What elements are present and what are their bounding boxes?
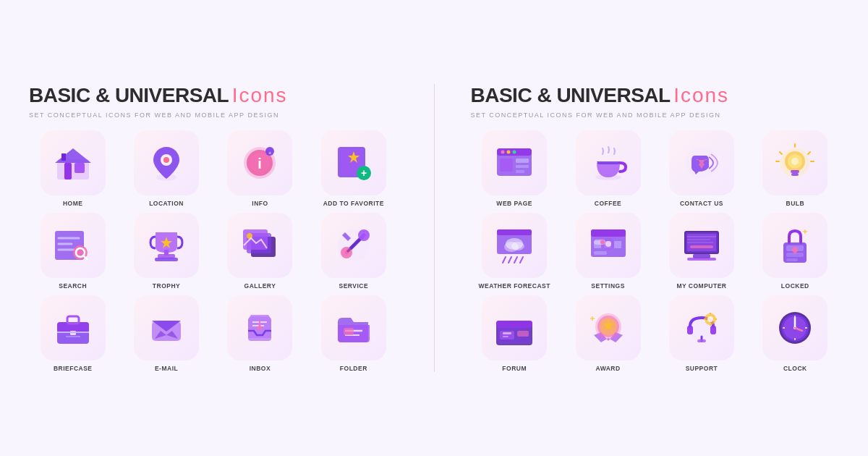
icon-item-coffee: COFFEE (564, 130, 652, 207)
svg-rect-39 (67, 316, 79, 324)
svg-rect-4 (61, 153, 66, 161)
icon-item-inbox: INBOX (216, 295, 304, 372)
svg-point-131 (707, 316, 713, 322)
icon-box-support (669, 295, 734, 360)
svg-rect-116 (503, 332, 511, 334)
icon-box-computer (669, 213, 734, 278)
icon-item-search: SEARCH (29, 213, 116, 290)
svg-rect-2 (64, 163, 72, 180)
svg-text:+: + (268, 150, 272, 156)
svg-text:i: i (258, 156, 263, 172)
icon-label-service: SERVICE (339, 282, 368, 290)
svg-point-80 (511, 242, 524, 250)
icon-label-contactus: CONTACT US (680, 200, 723, 207)
icon-label-location: LOCATION (149, 200, 184, 207)
section-divider (434, 84, 435, 372)
icon-label-trophy: TROPHY (153, 282, 180, 290)
icon-item-support: SUPPORT (658, 295, 745, 372)
svg-rect-107 (786, 258, 798, 261)
main-container: BASIC & UNIVERSAL Icons SET CONCEPTUAL I… (14, 69, 854, 387)
icon-label-weather: WEATHER FORECAST (478, 282, 550, 290)
icon-item-service: SERVICE (310, 213, 397, 290)
right-title-bold: BASIC & UNIVERSAL (471, 84, 671, 106)
svg-rect-89 (614, 241, 621, 248)
svg-rect-61 (516, 165, 529, 168)
icon-box-bulb (762, 130, 827, 195)
svg-point-58 (513, 151, 516, 154)
icon-box-locked (762, 213, 827, 278)
svg-point-57 (507, 151, 511, 154)
svg-marker-1 (55, 148, 91, 163)
svg-point-7 (163, 157, 169, 163)
icon-box-weather (482, 213, 547, 278)
svg-rect-62 (516, 170, 524, 173)
svg-rect-27 (155, 258, 178, 261)
icon-item-location: LOCATION (122, 130, 210, 207)
icon-box-inbox (227, 295, 292, 360)
icon-label-locked: LOCKED (781, 282, 809, 290)
icon-item-clock: CLOCK (752, 295, 839, 372)
svg-rect-109 (793, 250, 796, 254)
icon-label-clock: CLOCK (783, 365, 807, 372)
icon-label-bulb: BULB (786, 200, 805, 207)
icon-box-info: i + (227, 130, 292, 195)
icon-item-settings: SETTINGS (564, 213, 652, 290)
icon-item-computer: MY COMPUTER (658, 213, 745, 290)
icon-box-contactus (669, 130, 734, 195)
icon-label-home: HOME (63, 200, 83, 207)
svg-rect-59 (500, 159, 513, 172)
icon-box-webpage (482, 130, 547, 195)
icon-label-award: AWARD (595, 365, 620, 372)
svg-point-56 (501, 151, 505, 154)
icon-box-clock (762, 295, 827, 360)
svg-rect-114 (496, 321, 532, 328)
svg-point-94 (600, 240, 605, 245)
right-title-colored: Icons (673, 84, 729, 106)
icon-item-folder: FOLDER (310, 295, 397, 372)
icon-item-info: i + INFO (216, 130, 304, 207)
icon-box-location (134, 130, 199, 195)
icon-box-award (576, 295, 641, 360)
icon-item-webpage: WEB PAGE (471, 130, 558, 207)
icon-item-home: HOME (29, 130, 116, 207)
svg-point-75 (791, 158, 799, 165)
svg-rect-103 (690, 245, 713, 248)
icon-label-briefcase: BRIEFCASE (54, 365, 93, 372)
svg-line-82 (509, 257, 511, 263)
left-icons-grid: HOME LOCATION (29, 130, 398, 372)
left-section: BASIC & UNIVERSAL Icons SET CONCEPTUAL I… (29, 84, 398, 372)
svg-rect-127 (710, 326, 716, 334)
icon-label-gallery: GALLERY (244, 282, 276, 290)
icon-box-service (321, 213, 386, 278)
right-section: BASIC & UNIVERSAL Icons SET CONCEPTUAL I… (471, 84, 840, 372)
svg-rect-53 (344, 328, 354, 335)
svg-rect-126 (687, 326, 693, 334)
icon-label-email: E-MAIL (155, 365, 178, 372)
svg-text:+: + (361, 167, 367, 179)
left-title-bold: BASIC & UNIVERSAL (29, 84, 229, 106)
icon-item-weather: WEATHER FORECAST (471, 213, 558, 290)
icon-box-forum (482, 295, 547, 360)
icon-label-settings: SETTINGS (591, 282, 625, 290)
icon-box-home (41, 130, 106, 195)
icon-box-email (134, 295, 199, 360)
svg-line-81 (503, 257, 506, 263)
svg-rect-118 (517, 331, 529, 337)
icon-box-favorite: + (321, 130, 386, 195)
svg-rect-115 (500, 331, 514, 339)
icon-box-settings (576, 213, 641, 278)
icon-label-favorite: ADD TO FAVORITE (323, 200, 384, 207)
svg-rect-69 (791, 173, 799, 176)
icon-box-folder (321, 295, 386, 360)
svg-rect-32 (243, 229, 268, 250)
left-subtitle: SET CONCEPTUAL ICONS FOR WEB AND MOBILE … (29, 111, 398, 119)
svg-line-84 (520, 257, 523, 263)
icon-item-briefcase: BRIEFCASE (29, 295, 116, 372)
icon-item-email: E-MAIL (122, 295, 210, 372)
icon-item-favorite: + ADD TO FAVORITE (310, 130, 397, 207)
icon-item-forum: FORUM (471, 295, 558, 372)
icon-item-contactus: CONTACT US (658, 130, 745, 207)
left-title: BASIC & UNIVERSAL Icons (29, 84, 398, 107)
right-icons-grid: WEB PAGE COFFEE (471, 130, 840, 372)
icon-item-gallery: GALLERY (216, 213, 304, 290)
